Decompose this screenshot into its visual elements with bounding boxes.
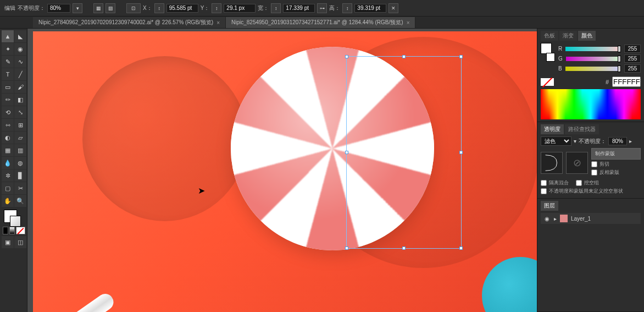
x-link-icon[interactable]: ↕ <box>154 3 164 13</box>
line-tool[interactable]: ╱ <box>14 68 26 80</box>
none-swatch-icon[interactable] <box>541 78 554 86</box>
invert-checkbox[interactable] <box>591 169 597 176</box>
document-tab-1[interactable]: Nipic_27840962_201907020912309740002.ai*… <box>33 17 226 28</box>
symbol-spray-tool[interactable]: ✲ <box>2 169 14 182</box>
canvas-area[interactable]: ➤ <box>27 29 537 312</box>
handle-tl[interactable] <box>345 55 348 58</box>
magic-wand-tool[interactable]: ✦ <box>2 43 14 55</box>
link-wh-icon[interactable]: ⊶ <box>317 3 327 13</box>
curvature-tool[interactable]: ∿ <box>14 56 26 68</box>
close-icon[interactable]: × <box>216 20 220 26</box>
handle-bm[interactable] <box>402 247 406 250</box>
handle-br[interactable] <box>459 247 463 250</box>
align2-icon[interactable]: ▨ <box>106 3 115 13</box>
b-slider[interactable] <box>565 67 621 71</box>
gradient-tab[interactable]: 渐变 <box>559 31 577 41</box>
x-label: X： <box>143 4 152 12</box>
scale-tool[interactable]: ⤡ <box>14 106 26 118</box>
opacity-label: 不透明度： <box>579 138 606 145</box>
panel-fill-stroke-swatch[interactable] <box>541 43 555 65</box>
graph-tool[interactable]: ▊ <box>14 169 26 182</box>
y-label: Y： <box>201 4 210 12</box>
none-mode-icon[interactable] <box>16 227 25 234</box>
slice-tool[interactable]: ✂ <box>14 182 26 194</box>
b-input[interactable] <box>624 64 641 73</box>
selection-tool[interactable]: ▲ <box>2 30 14 42</box>
screen-mode-tool[interactable]: ▣ <box>2 236 14 248</box>
mesh-tool[interactable]: ▦ <box>2 144 14 156</box>
artboard[interactable]: ➤ <box>33 31 537 312</box>
opacity-mask-define-checkbox[interactable] <box>541 188 547 194</box>
w-link-icon[interactable]: ↕ <box>271 3 281 13</box>
layer-row[interactable]: ◉ ▸ Layer_1 <box>541 213 641 224</box>
zoom-tool[interactable]: 🔍 <box>14 195 26 207</box>
close-icon[interactable]: × <box>407 20 410 26</box>
eraser-tool[interactable]: ◧ <box>14 94 26 106</box>
swatches-tab[interactable]: 色板 <box>541 31 558 41</box>
transparency-tab[interactable]: 透明度 <box>541 124 564 134</box>
g-slider[interactable] <box>566 57 621 61</box>
x-input[interactable] <box>166 4 198 13</box>
eyedropper-tool[interactable]: 💧 <box>2 157 14 169</box>
isolate-checkbox[interactable] <box>541 180 547 186</box>
hand-tool[interactable]: ✋ <box>2 195 14 207</box>
color-spectrum[interactable] <box>541 89 641 119</box>
fill-stroke-swatch[interactable] <box>2 207 26 225</box>
gradient-mode-icon[interactable] <box>9 227 15 234</box>
expand-icon[interactable]: ▸ <box>554 216 557 222</box>
lasso-tool[interactable]: ◉ <box>14 43 26 55</box>
layers-tab[interactable]: 图层 <box>541 201 558 211</box>
draw-mode-tool[interactable]: ◫ <box>14 236 26 248</box>
direct-select-tool[interactable]: ◣ <box>14 30 26 42</box>
opacity-label: 不透明度： <box>18 4 45 12</box>
pathfinder-tab[interactable]: 路径查找器 <box>565 124 599 134</box>
layer-thumbnail[interactable] <box>560 215 568 222</box>
panel-opacity-input[interactable] <box>608 137 627 145</box>
r-input[interactable] <box>624 45 641 53</box>
handle-ml[interactable] <box>345 151 348 154</box>
align-icon[interactable]: ▦ <box>93 3 103 13</box>
blend-mode-select[interactable]: 滤色 <box>541 136 571 146</box>
artboard-tool[interactable]: ▢ <box>2 182 14 194</box>
handle-tr[interactable] <box>459 55 463 58</box>
clip-checkbox[interactable] <box>591 161 597 167</box>
handle-bl[interactable] <box>345 247 348 250</box>
hex-input[interactable] <box>612 76 641 87</box>
rotate-tool[interactable]: ⟲ <box>2 106 14 118</box>
perspective-tool[interactable]: ▱ <box>14 132 26 144</box>
r-slider[interactable] <box>565 47 621 51</box>
edit-label[interactable]: 编辑 <box>4 4 15 12</box>
pencil-tool[interactable]: ✏ <box>2 94 14 106</box>
free-transform-tool[interactable]: ⊞ <box>14 119 26 131</box>
color-tab[interactable]: 颜色 <box>578 31 596 41</box>
w-input[interactable] <box>283 4 315 13</box>
knockout-checkbox[interactable] <box>576 180 582 186</box>
mask-thumbnail[interactable]: ⊘ <box>566 152 588 174</box>
brush-tool[interactable]: 🖌 <box>14 81 26 93</box>
blend-tool[interactable]: ◍ <box>14 157 26 169</box>
g-input[interactable] <box>624 54 641 63</box>
rectangle-tool[interactable]: ▭ <box>2 81 14 93</box>
width-tool[interactable]: ⇿ <box>2 119 14 131</box>
handle-tm[interactable] <box>402 55 406 58</box>
opacity-input[interactable] <box>47 4 70 13</box>
object-thumbnail[interactable] <box>541 152 563 174</box>
transform-icon[interactable]: ⊡ <box>126 3 141 13</box>
h-input[interactable] <box>354 4 386 13</box>
y-link-icon[interactable]: ↕ <box>212 3 221 13</box>
color-mode-icon[interactable] <box>3 227 8 234</box>
layer-name[interactable]: Layer_1 <box>571 216 591 222</box>
handle-mr[interactable] <box>459 151 463 154</box>
pen-tool[interactable]: ✎ <box>2 56 14 68</box>
shape-builder-tool[interactable]: ◐ <box>2 132 14 144</box>
opacity-dropdown-icon[interactable]: ▾ <box>73 3 82 13</box>
constrain-icon[interactable]: ✕ <box>388 3 398 13</box>
type-tool[interactable]: T <box>2 68 14 80</box>
document-tab-2[interactable]: Nipic_8254950_20190312073427152771.ai* @… <box>226 17 415 28</box>
y-input[interactable] <box>224 4 256 13</box>
visibility-icon[interactable]: ◉ <box>543 216 551 222</box>
make-mask-button[interactable]: 制作蒙版 <box>591 148 641 160</box>
h-link-icon[interactable]: ↕ <box>342 3 352 13</box>
gradient-tool[interactable]: ▥ <box>14 144 26 156</box>
selection-bounding-box[interactable] <box>346 56 462 249</box>
